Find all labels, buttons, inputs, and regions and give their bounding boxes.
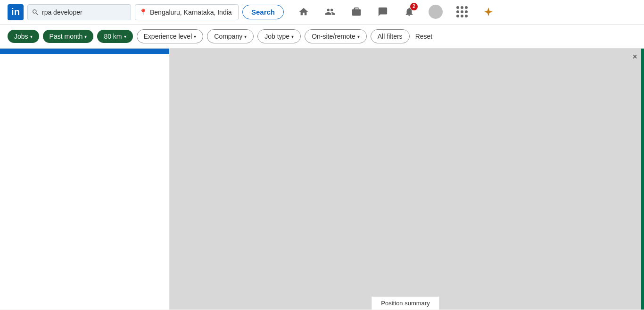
chevron-down-icon: ▾	[291, 34, 294, 39]
onsite-remote-filter-button[interactable]: On-site/remote ▾	[305, 29, 367, 43]
location-icon: 📍	[139, 8, 147, 16]
search-button[interactable]: Search	[242, 5, 284, 19]
left-panel-top-bar	[0, 49, 169, 54]
nav-jobs[interactable]	[344, 0, 369, 25]
reset-button[interactable]: Reset	[413, 30, 435, 43]
search-input[interactable]	[39, 8, 127, 16]
nav-apps[interactable]	[450, 0, 474, 25]
distance-filter-button[interactable]: 80 km ▾	[97, 30, 132, 43]
location-container: 📍	[135, 4, 239, 20]
nav-home[interactable]	[291, 0, 316, 25]
briefcase-icon	[351, 7, 362, 17]
all-filters-button[interactable]: All filters	[371, 29, 410, 43]
chevron-down-icon: ▾	[194, 34, 196, 39]
right-accent-bar	[641, 49, 644, 310]
position-summary-label: Position summary	[372, 296, 439, 310]
nav-premium[interactable]	[476, 0, 501, 25]
center-panel: × Position summary	[170, 49, 641, 310]
nav-network[interactable]	[318, 0, 342, 25]
nav-profile[interactable]	[423, 0, 448, 25]
filter-bar: Jobs ▾ Past month ▾ 80 km ▾ Experience l…	[0, 25, 644, 49]
nav-icons: 2	[291, 0, 501, 25]
close-button[interactable]: ×	[632, 52, 637, 61]
search-icon	[32, 8, 39, 16]
top-navigation: in 📍 Search 2	[0, 0, 644, 25]
left-panel	[0, 49, 170, 310]
home-icon	[298, 7, 309, 17]
jobs-filter-button[interactable]: Jobs ▾	[8, 30, 39, 43]
nav-notifications[interactable]: 2	[397, 0, 421, 25]
avatar	[429, 5, 443, 19]
location-input[interactable]	[147, 8, 234, 16]
past-month-filter-button[interactable]: Past month ▾	[43, 30, 94, 43]
company-filter-button[interactable]: Company ▾	[207, 29, 254, 43]
chevron-down-icon: ▾	[244, 34, 247, 39]
chevron-down-icon: ▾	[30, 34, 33, 39]
chevron-down-icon: ▾	[84, 34, 87, 39]
chevron-down-icon: ▾	[124, 34, 126, 39]
linkedin-logo[interactable]: in	[8, 4, 24, 20]
job-type-filter-button[interactable]: Job type ▾	[257, 29, 301, 43]
search-container	[27, 4, 131, 20]
experience-filter-button[interactable]: Experience level ▾	[137, 29, 204, 43]
chat-icon	[378, 7, 388, 17]
main-content: × Position summary	[0, 49, 644, 310]
chevron-down-icon: ▾	[357, 34, 360, 39]
notification-badge: 2	[410, 3, 418, 10]
sparkle-icon	[483, 7, 494, 17]
grid-icon	[456, 6, 468, 17]
nav-messaging[interactable]	[371, 0, 395, 25]
people-icon	[325, 7, 335, 17]
